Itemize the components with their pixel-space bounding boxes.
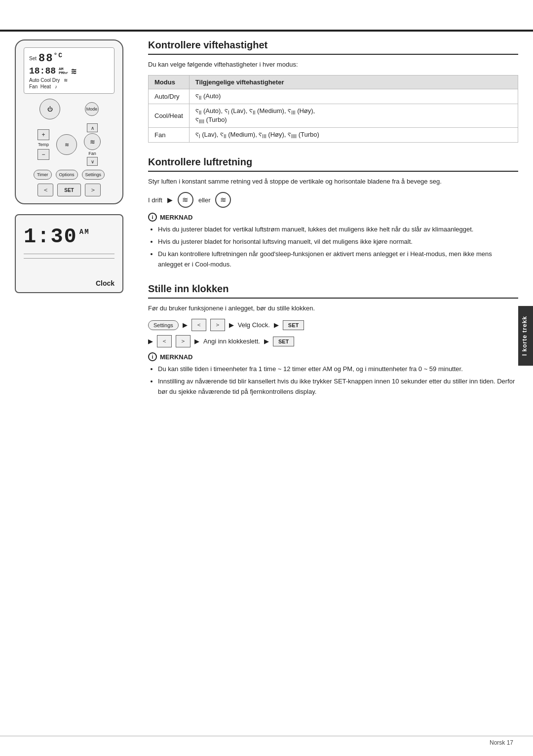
sweep-button[interactable]: ≋ [56,134,77,155]
options-button[interactable]: Options [56,170,78,180]
remote-ampm: AM PMhr [59,67,68,75]
left-column: Set 88°C 18:88 AM PMhr ≋ Auto Cool Dry ≋ [15,39,133,411]
section-air-direction: Kontrollere luftretning Styr luften i ko… [148,156,518,269]
remote-display: Set 88°C 18:88 AM PMhr ≋ Auto Cool Dry ≋ [24,47,114,94]
section3-title: Stille inn klokken [148,283,518,299]
footer: Norsk 17 [490,739,513,746]
clock-line-2 [24,258,114,259]
merknad2-icon: i [148,213,157,222]
instr-nav-right2[interactable]: ＞ [176,335,190,347]
merknad-section3: i MERKNAD Du kan stille tiden i timeenhe… [148,352,518,397]
table-col1-header: Modus [149,75,190,89]
merknad3-title: i MERKNAD [148,352,518,361]
fan-down-button[interactable]: ∨ [87,157,98,166]
clock-label: Clock [24,279,114,287]
temp-fan-row: + Temp − ≋ ∧ [38,123,101,166]
angi-text: Angi inn klokkeslett. [203,338,260,345]
temp-minus-button[interactable]: − [38,149,49,160]
remote-buttons: ⏻ Mode + Temp − [24,99,114,196]
instr-arrow2: ▶ [229,321,234,329]
section-fan-speed: Kontrollere viftehastighet Du kan velge … [148,39,518,143]
timer-button[interactable]: Timer [34,170,52,180]
sweep-icon-circle: ≋ [178,192,193,208]
temp-label: Temp [38,142,49,147]
instr-set-btn1[interactable]: SET [283,320,304,330]
power-mode-row: ⏻ Mode [39,99,99,119]
list-item: Du kan kontrollere luftretningen når goo… [158,249,518,270]
remote-control: Set 88°C 18:88 AM PMhr ≋ Auto Cool Dry ≋ [15,39,123,204]
merknad2-title: i MERKNAD [148,213,518,222]
settings-instr-btn[interactable]: Settings [148,320,179,330]
clock-line-1 [24,254,114,254]
power-button[interactable]: ⏻ [39,99,60,119]
section3-intro: Før du bruker funksjonene i anlegget, bø… [148,303,518,314]
nav-right-button[interactable]: ＞ [85,184,101,196]
side-tab: I korte trekk [518,306,533,366]
remote-fan-display-icon: ≋ [71,66,76,76]
merknad2-bullets: Hvis du justerer bladet for vertikal luf… [148,225,518,269]
nav-row: ＜ SET ＞ [38,184,101,196]
section1-title: Kontrollere viftehastighet [148,39,518,55]
remote-modes2: Fan Heat ♪ [29,84,109,89]
mode-button[interactable]: Mode [85,102,99,116]
section2-title: Kontrollere luftretning [148,156,518,172]
instr-nav-right1[interactable]: ＞ [210,319,225,331]
table-col2-header: Tilgjengelige viftehastigheter [189,75,518,89]
clock-instr-row2: ▶ ＜ ＞ ▶ Angi inn klokkeslett. ▶ SET [148,335,518,347]
merknad-section2: i MERKNAD Hvis du justerer bladet for ve… [148,213,518,269]
eller-text: eller [198,196,211,204]
instr-arrow5: ▶ [194,338,199,345]
set-label: Set [29,56,37,61]
fan-controls: ∧ ≋ Fan ∨ [84,123,101,166]
clock-ampm: AM [79,228,90,236]
list-item: Hvis du justerer bladet for horisontal l… [158,237,518,247]
instr-nav-left1[interactable]: ＜ [191,319,206,331]
nav-left-button[interactable]: ＜ [38,184,53,196]
drift-row: I drift ▶ ≋ eller ≋ [148,192,518,208]
nav-set-button[interactable]: SET [57,184,81,196]
clock-lines [24,254,114,259]
fan-icon-center: ≋ [84,133,101,150]
temp-controls: + Temp − [38,129,49,160]
section-clock: Stille inn klokken Før du bruker funksjo… [148,283,518,397]
drift-arrow-icon: ▶ [167,196,173,204]
instr-arrow6: ▶ [264,338,269,345]
table-row: Cool/HeatⲊII (Auto), ⲊI (Lav), ⲊII (Medi… [149,104,518,128]
drift-label: I drift [148,196,162,204]
table-row: FanⲊI (Lav), ⲊII (Medium), ⲊIII (Høy), Ⲋ… [149,127,518,142]
fan-label: Fan [88,151,96,156]
remote-temp: 88°C [38,52,63,65]
fan-speed-table: Modus Tilgjengelige viftehastigheter Aut… [148,75,518,143]
right-column: Kontrollere viftehastighet Du kan velge … [148,39,518,411]
velg-clock-text: Velg Clock. [238,321,270,329]
instr-set-btn2[interactable]: SET [273,337,294,346]
temp-plus-button[interactable]: + [38,129,49,140]
instr-arrow4: ▶ [148,338,153,345]
top-divider [0,30,533,32]
clock-time-display: 1:30 AM [24,225,114,249]
settings-button[interactable]: Settings [82,170,105,180]
instr-nav-left2[interactable]: ＜ [157,335,172,347]
clock-instr-row1: Settings ▶ ＜ ＞ ▶ Velg Clock. ▶ SET [148,319,518,331]
list-item: Innstilling av nåværende tid blir kansel… [158,377,518,397]
list-item: Hvis du justerer bladet for vertikal luf… [158,225,518,235]
section1-intro: Du kan velge følgende viftehastigheter i… [148,60,518,70]
list-item: Du kan stille tiden i timeenheter fra 1 … [158,364,518,375]
table-row: Auto/DryⲊII (Auto) [149,89,518,104]
fan-icon-circle: ≋ [215,192,231,208]
remote-modes: Auto Cool Dry ≋ [29,77,109,83]
instr-arrow1: ▶ [183,321,188,329]
section2-intro: Styr luften i konstant samme retning ved… [148,177,518,187]
clock-display-box: 1:30 AM Clock [15,214,123,293]
merknad3-bullets: Du kan stille tiden i timeenheter fra 1 … [148,364,518,397]
bottom-buttons-row: Timer Options Settings [34,170,105,180]
bottom-divider [0,736,533,736]
merknad3-icon: i [148,352,157,361]
instr-arrow3: ▶ [274,321,279,329]
fan-up-button[interactable]: ∧ [87,123,98,132]
